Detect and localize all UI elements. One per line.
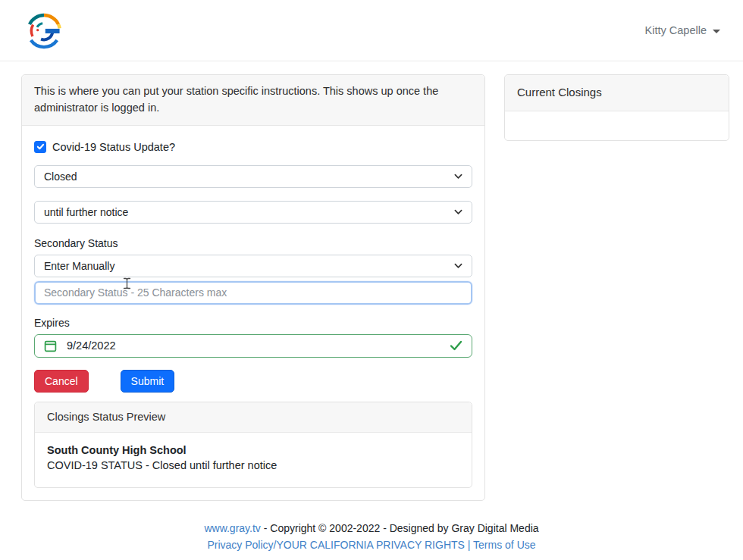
top-navbar: Kitty Capelle: [0, 0, 743, 61]
terms-of-use-link[interactable]: Terms of Use: [473, 539, 535, 551]
expires-date-value: 9/24/2022: [67, 339, 440, 352]
chevron-down-icon: [454, 209, 462, 215]
chevron-down-icon: [454, 174, 462, 180]
station-instructions: This is where you can put your station s…: [22, 75, 484, 126]
closings-status-preview-card: Closings Status Preview South County Hig…: [34, 402, 472, 489]
secondary-status-label: Secondary Status: [34, 237, 472, 249]
user-name: Kitty Capelle: [645, 24, 707, 36]
preview-school-name: South County High School: [47, 444, 459, 456]
sidebar-column: Current Closings: [504, 74, 729, 141]
valid-check-icon: [450, 340, 462, 351]
main-column: This is where you can put your station s…: [21, 74, 485, 501]
gray-tv-link[interactable]: www.gray.tv: [204, 522, 260, 534]
submit-button[interactable]: Submit: [121, 370, 175, 393]
current-closings-title: Current Closings: [505, 75, 729, 111]
expires-label: Expires: [34, 317, 472, 329]
chevron-down-icon: [454, 263, 462, 269]
closings-form: Covid-19 Status Update? Closed until fur…: [22, 126, 484, 501]
duration-select-value: until further notice: [44, 206, 128, 218]
secondary-status-select-value: Enter Manually: [44, 260, 114, 272]
footer-links-line: Privacy Policy/YOUR CALIFORNIA PRIVACY R…: [0, 537, 743, 554]
duration-select[interactable]: until further notice: [34, 201, 472, 224]
current-closings-card: Current Closings: [504, 74, 729, 141]
secondary-status-select[interactable]: Enter Manually: [34, 255, 472, 277]
copyright-text: - Copyright © 2002-2022 - Designed by Gr…: [261, 522, 539, 534]
expires-date-input[interactable]: 9/24/2022: [34, 334, 472, 358]
form-buttons: Cancel Submit: [34, 370, 472, 393]
secondary-status-input[interactable]: [34, 281, 472, 305]
footer-separator: |: [465, 539, 473, 551]
preview-body: South County High School COVID-19 STATUS…: [35, 433, 472, 487]
status-select-value: Closed: [44, 171, 77, 183]
footer-copyright-line: www.gray.tv - Copyright © 2002-2022 - De…: [0, 521, 743, 537]
user-menu[interactable]: Kitty Capelle: [645, 24, 720, 36]
preview-status-line: COVID-19 STATUS - Closed until further n…: [47, 459, 459, 471]
gray-tv-logo[interactable]: [23, 9, 65, 53]
current-closings-body: [505, 111, 729, 140]
caret-down-icon: [713, 30, 720, 33]
covid-status-checkbox-label: Covid-19 Status Update?: [52, 141, 175, 153]
covid-status-checkbox[interactable]: [34, 141, 46, 153]
closings-form-card: This is where you can put your station s…: [21, 74, 485, 501]
covid-status-checkbox-row: Covid-19 Status Update?: [34, 139, 472, 155]
cancel-button[interactable]: Cancel: [34, 370, 89, 393]
page-footer: www.gray.tv - Copyright © 2002-2022 - De…: [0, 521, 743, 553]
preview-title: Closings Status Preview: [35, 402, 472, 433]
privacy-policy-link[interactable]: Privacy Policy/YOUR CALIFORNIA PRIVACY R…: [207, 539, 464, 551]
status-select[interactable]: Closed: [34, 165, 472, 188]
page-content: This is where you can put your station s…: [0, 61, 743, 501]
gray-logo-icon: [23, 9, 65, 53]
check-icon: [36, 142, 45, 151]
calendar-icon: [44, 339, 57, 352]
